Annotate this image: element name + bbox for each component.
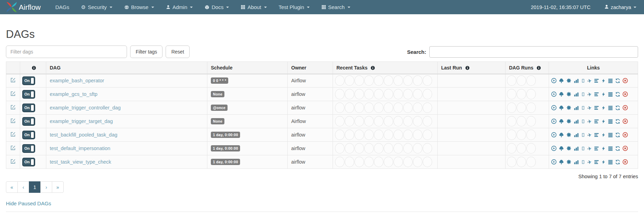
- delete-dag-icon[interactable]: [622, 118, 628, 124]
- delete-dag-icon[interactable]: [622, 91, 628, 97]
- graph-view-icon[interactable]: [566, 159, 572, 165]
- delete-dag-icon[interactable]: [622, 146, 628, 151]
- landing-times-icon[interactable]: ✈: [587, 146, 592, 151]
- landing-times-icon[interactable]: ✈: [587, 92, 592, 97]
- code-view-icon[interactable]: [601, 146, 606, 151]
- edit-dag-icon[interactable]: [10, 105, 16, 110]
- tree-view-icon[interactable]: [559, 146, 564, 151]
- header-dag[interactable]: DAG: [46, 62, 207, 74]
- dag-link[interactable]: example_bash_operator: [50, 78, 104, 83]
- pagination-next[interactable]: ›: [40, 181, 52, 193]
- gantt-icon[interactable]: [594, 78, 599, 83]
- code-view-icon[interactable]: [601, 159, 606, 165]
- gantt-icon[interactable]: [594, 92, 599, 97]
- code-view-icon[interactable]: [601, 132, 606, 138]
- dag-link[interactable]: test_task_view_type_check: [50, 159, 111, 165]
- header-owner[interactable]: Owner: [288, 62, 333, 74]
- edit-dag-icon[interactable]: [10, 77, 16, 83]
- task-tries-icon[interactable]: [581, 146, 585, 151]
- dag-on-off-toggle[interactable]: On: [22, 117, 35, 126]
- gantt-icon[interactable]: [594, 119, 599, 124]
- nav-item-admin[interactable]: Admin: [166, 4, 193, 10]
- dag-details-icon[interactable]: [608, 105, 613, 110]
- dag-details-icon[interactable]: [608, 119, 613, 124]
- header-schedule[interactable]: Schedule: [207, 62, 288, 74]
- dag-details-icon[interactable]: [608, 132, 613, 138]
- dag-on-off-toggle[interactable]: On: [22, 76, 35, 85]
- edit-dag-icon[interactable]: [10, 159, 16, 164]
- graph-view-icon[interactable]: [566, 146, 572, 151]
- refresh-dag-icon[interactable]: [615, 132, 620, 138]
- task-duration-icon[interactable]: [574, 105, 579, 110]
- filter-dags-input[interactable]: [6, 46, 127, 58]
- graph-view-icon[interactable]: [566, 105, 572, 110]
- nav-item-docs[interactable]: Docs: [205, 4, 229, 10]
- landing-times-icon[interactable]: ✈: [587, 132, 592, 138]
- tree-view-icon[interactable]: [559, 132, 564, 138]
- edit-dag-icon[interactable]: [10, 118, 16, 123]
- tree-view-icon[interactable]: [559, 92, 564, 97]
- nav-item-test-plugin[interactable]: Test Plugin: [279, 4, 310, 10]
- gantt-icon[interactable]: [594, 105, 599, 110]
- dag-link[interactable]: test_backfill_pooled_task_dag: [50, 132, 117, 138]
- tree-view-icon[interactable]: [559, 159, 564, 165]
- refresh-dag-icon[interactable]: [615, 159, 620, 165]
- trigger-dag-icon[interactable]: [551, 91, 557, 97]
- dag-details-icon[interactable]: [608, 159, 613, 165]
- task-duration-icon[interactable]: [574, 119, 579, 124]
- graph-view-icon[interactable]: [566, 132, 572, 138]
- edit-dag-icon[interactable]: [10, 132, 16, 137]
- airflow-brand[interactable]: Airflow: [6, 1, 41, 13]
- dag-on-off-toggle[interactable]: On: [22, 104, 35, 112]
- graph-view-icon[interactable]: [566, 78, 572, 83]
- hide-paused-dags-link[interactable]: Hide Paused DAGs: [6, 200, 51, 206]
- trigger-dag-icon[interactable]: [551, 105, 557, 110]
- dag-on-off-toggle[interactable]: On: [22, 131, 35, 139]
- user-menu[interactable]: zacharya: [604, 5, 636, 10]
- trigger-dag-icon[interactable]: [551, 146, 557, 151]
- filter-tags-button[interactable]: Filter tags: [130, 46, 162, 58]
- dag-link[interactable]: example_gcs_to_sftp: [50, 91, 97, 97]
- edit-dag-icon[interactable]: [10, 91, 16, 96]
- pagination-last[interactable]: »: [52, 181, 64, 193]
- dag-link[interactable]: example_trigger_target_dag: [50, 118, 113, 124]
- nav-item-security[interactable]: ⚙Security: [81, 4, 112, 10]
- nav-item-about[interactable]: About: [241, 4, 267, 10]
- dag-details-icon[interactable]: [608, 78, 613, 83]
- landing-times-icon[interactable]: ✈: [587, 78, 592, 83]
- dag-details-icon[interactable]: [608, 146, 613, 151]
- task-tries-icon[interactable]: [581, 105, 585, 110]
- gantt-icon[interactable]: [594, 146, 599, 151]
- task-duration-icon[interactable]: [574, 132, 579, 138]
- task-duration-icon[interactable]: [574, 78, 579, 83]
- code-view-icon[interactable]: [601, 78, 606, 83]
- task-duration-icon[interactable]: [574, 146, 579, 151]
- code-view-icon[interactable]: [601, 92, 606, 97]
- dag-on-off-toggle[interactable]: On: [22, 158, 35, 166]
- refresh-dag-icon[interactable]: [615, 92, 620, 97]
- trigger-dag-icon[interactable]: [551, 132, 557, 138]
- code-view-icon[interactable]: [601, 105, 606, 110]
- task-tries-icon[interactable]: [581, 119, 585, 124]
- code-view-icon[interactable]: [601, 119, 606, 124]
- search-input[interactable]: [429, 46, 638, 58]
- task-tries-icon[interactable]: [581, 132, 585, 138]
- refresh-dag-icon[interactable]: [615, 119, 620, 124]
- task-duration-icon[interactable]: [574, 92, 579, 97]
- nav-item-search[interactable]: Search: [321, 4, 350, 10]
- graph-view-icon[interactable]: [566, 118, 572, 124]
- edit-dag-icon[interactable]: [10, 145, 16, 150]
- dag-on-off-toggle[interactable]: On: [22, 90, 35, 99]
- refresh-dag-icon[interactable]: [615, 78, 620, 83]
- dag-link[interactable]: example_trigger_controller_dag: [50, 105, 121, 110]
- task-duration-icon[interactable]: [574, 159, 579, 165]
- gantt-icon[interactable]: [594, 132, 599, 138]
- refresh-dag-icon[interactable]: [615, 146, 620, 151]
- task-tries-icon[interactable]: [581, 92, 585, 97]
- nav-item-dags[interactable]: DAGs: [55, 4, 69, 10]
- pagination-prev[interactable]: ‹: [17, 181, 29, 193]
- delete-dag-icon[interactable]: [622, 159, 628, 165]
- tree-view-icon[interactable]: [559, 119, 564, 124]
- delete-dag-icon[interactable]: [622, 78, 628, 83]
- trigger-dag-icon[interactable]: [551, 78, 557, 83]
